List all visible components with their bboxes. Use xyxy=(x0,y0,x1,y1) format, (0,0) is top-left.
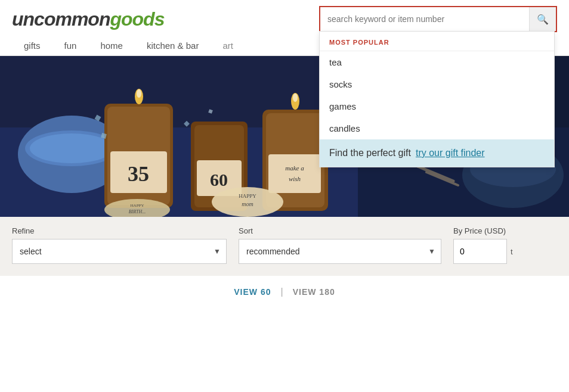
refine-select-wrapper: select ▼ xyxy=(12,239,227,264)
logo[interactable]: uncommongoods xyxy=(12,8,164,30)
price-min-input[interactable] xyxy=(453,239,507,264)
filters-bar: Refine select ▼ Sort recommended ▼ By Pr… xyxy=(0,217,569,276)
search-box: 🔍 xyxy=(319,6,557,32)
dropdown-item-tea[interactable]: tea xyxy=(320,51,554,73)
svg-text:HAPPY: HAPPY xyxy=(239,193,256,199)
svg-text:35: 35 xyxy=(128,162,149,186)
header: uncommongoods 🔍 MOST POPULAR tea socks g… xyxy=(0,0,569,32)
view-180-button[interactable]: VIEW 180 xyxy=(293,287,335,297)
svg-rect-21 xyxy=(268,154,321,193)
price-input-wrapper: t xyxy=(453,239,517,264)
svg-text:HAPPY: HAPPY xyxy=(131,203,144,208)
nav-item-kitchen[interactable]: kitchen & bar xyxy=(135,36,211,55)
pagination-separator: | xyxy=(281,287,283,297)
search-dropdown: MOST POPULAR tea socks games candles Fin… xyxy=(319,31,555,167)
price-group: By Price (USD) t xyxy=(453,226,517,264)
search-wrapper: 🔍 MOST POPULAR tea socks games candles F… xyxy=(319,6,557,32)
nav-item-home[interactable]: home xyxy=(88,36,135,55)
dropdown-item-games[interactable]: games xyxy=(320,95,554,117)
view-60-button[interactable]: VIEW 60 xyxy=(234,287,271,297)
svg-text:wish: wish xyxy=(289,175,301,182)
svg-text:make a: make a xyxy=(285,164,304,172)
sort-label: Sort xyxy=(239,226,441,235)
gift-finder-bar: Find the perfect gift try our gift finde… xyxy=(320,139,554,167)
price-label: By Price (USD) xyxy=(453,226,517,235)
dropdown-item-candles[interactable]: candles xyxy=(320,117,554,139)
search-button[interactable]: 🔍 xyxy=(529,7,556,31)
svg-point-25 xyxy=(293,94,298,102)
sort-group: Sort recommended ▼ xyxy=(239,226,441,264)
logo-uncommon: uncommon xyxy=(12,8,110,30)
search-icon: 🔍 xyxy=(537,14,549,25)
dropdown-item-socks[interactable]: socks xyxy=(320,73,554,95)
svg-text:BIRTH...: BIRTH... xyxy=(129,209,146,214)
refine-select[interactable]: select xyxy=(12,239,227,264)
svg-point-4 xyxy=(30,133,113,163)
gift-finder-link[interactable]: try our gift finder xyxy=(416,148,485,158)
most-popular-header: MOST POPULAR xyxy=(320,32,554,51)
sort-select[interactable]: recommended xyxy=(239,239,441,264)
svg-text:mom: mom xyxy=(242,201,253,207)
price-to-label: t xyxy=(507,247,517,256)
nav-item-gifts[interactable]: gifts xyxy=(12,36,52,55)
search-input[interactable] xyxy=(320,7,529,31)
gift-finder-text: Find the perfect gift xyxy=(329,148,411,158)
refine-group: Refine select ▼ xyxy=(12,226,227,264)
sort-select-wrapper: recommended ▼ xyxy=(239,239,441,264)
logo-goods: goods xyxy=(110,8,164,30)
nav-item-fun[interactable]: fun xyxy=(52,36,89,55)
pagination-bar: VIEW 60 | VIEW 180 xyxy=(0,276,569,308)
svg-text:60: 60 xyxy=(210,170,228,189)
refine-label: Refine xyxy=(12,226,227,235)
nav-item-art[interactable]: art xyxy=(211,36,245,55)
svg-point-10 xyxy=(137,89,141,98)
